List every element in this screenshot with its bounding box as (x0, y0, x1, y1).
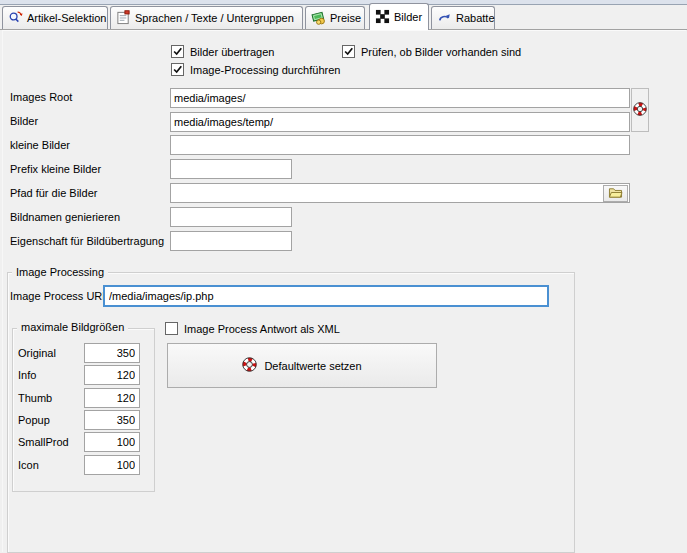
checkbox-image-process-antwort-xml[interactable]: Image Process Antwort als XML (165, 322, 340, 335)
images-root-input[interactable] (170, 88, 630, 108)
tab-artikel-selektion[interactable]: Artikel-Selektion (2, 6, 108, 29)
checkbox-pruefen-vorhanden[interactable]: Prüfen, ob Bilder vorhanden sind (342, 45, 521, 58)
tabbar-baseline (0, 29, 687, 30)
size-input-original[interactable] (84, 343, 140, 363)
folder-icon (608, 186, 623, 201)
maximale-bildgroessen-group-title: maximale Bildgrößen (17, 321, 128, 333)
checkbox-bilder-uebertragen[interactable]: Bilder übertragen (171, 45, 274, 58)
tab-bilder[interactable]: Bilder (369, 3, 429, 30)
redo-arrow-icon (437, 10, 452, 27)
tab-label: Preise (330, 12, 361, 24)
size-input-info[interactable] (84, 365, 140, 385)
image-processing-group-title: Image Processing (12, 266, 108, 278)
checkbox-box[interactable] (342, 45, 355, 58)
search-sync-icon (8, 10, 23, 27)
tab-preise[interactable]: Preise (305, 6, 365, 29)
tab-label: Rabatte (456, 12, 495, 24)
checkbox-image-processing-durchfuehren[interactable]: Image-Processing durchführen (171, 63, 340, 76)
set-default-paths-button[interactable] (631, 88, 649, 132)
size-label-thumb: Thumb (18, 392, 52, 405)
checkbox-box[interactable] (165, 322, 178, 335)
tab-label: Sprachen / Texte / Untergruppen (135, 12, 294, 24)
size-input-popup[interactable] (84, 410, 140, 430)
eigenschaft-bilduebertragung-label: Eigenschaft für Bildübertragung (10, 235, 164, 248)
bilder-settings-panel: Artikel-Selektion Sprachen / Texte / Unt… (0, 0, 687, 553)
browse-folder-button[interactable] (603, 185, 628, 202)
checkbox-label: Image Process Antwort als XML (184, 323, 340, 335)
size-label-original: Original (18, 347, 56, 360)
size-input-thumb[interactable] (84, 388, 140, 408)
checkbox-label: Image-Processing durchführen (190, 64, 340, 76)
checker-flag-icon (375, 9, 390, 26)
top-edge-strip (0, 0, 687, 5)
bilder-label: Bilder (10, 115, 38, 128)
size-label-info: Info (18, 369, 36, 382)
size-input-smallprod[interactable] (84, 432, 140, 452)
pfad-fuer-die-bilder-label: Pfad für die Bilder (10, 187, 97, 200)
checkbox-label: Bilder übertragen (190, 46, 274, 58)
check-icon (172, 46, 183, 57)
check-icon (172, 64, 183, 75)
tab-rabatte[interactable]: Rabatte (431, 6, 495, 29)
bildnamen-genierieren-input[interactable] (170, 207, 292, 227)
images-root-label: Images Root (10, 91, 72, 104)
kleine-bilder-input[interactable] (170, 135, 630, 155)
check-icon (343, 46, 354, 57)
lifebuoy-icon (242, 357, 257, 374)
eigenschaft-bilduebertragung-input[interactable] (170, 231, 292, 251)
bilder-input[interactable] (170, 112, 630, 132)
prefix-kleine-bilder-label: Prefix kleine Bilder (10, 163, 101, 176)
money-icon (311, 10, 326, 27)
image-process-url-label: Image Process URL (10, 290, 108, 303)
checkbox-box[interactable] (171, 63, 184, 76)
pfad-fuer-die-bilder-input[interactable] (170, 183, 630, 203)
prefix-kleine-bilder-input[interactable] (170, 159, 292, 179)
size-label-popup: Popup (18, 414, 50, 427)
button-label: Defaultwerte setzen (264, 360, 361, 372)
lifebuoy-icon (633, 102, 647, 118)
bildnamen-genierieren-label: Bildnamen genierieren (10, 211, 120, 224)
image-process-url-input[interactable] (103, 285, 549, 307)
size-label-smallprod: SmallProd (18, 436, 69, 449)
tab-label: Artikel-Selektion (27, 12, 106, 24)
kleine-bilder-label: kleine Bilder (10, 139, 70, 152)
size-label-icon: Icon (18, 459, 39, 472)
notes-icon (116, 10, 131, 27)
checkbox-label: Prüfen, ob Bilder vorhanden sind (361, 46, 521, 58)
checkbox-box[interactable] (171, 45, 184, 58)
tab-label: Bilder (394, 11, 422, 23)
tab-sprachen-texte-untergruppen[interactable]: Sprachen / Texte / Untergruppen (110, 6, 303, 29)
defaultwerte-setzen-button[interactable]: Defaultwerte setzen (167, 343, 437, 388)
size-input-icon[interactable] (84, 455, 140, 475)
